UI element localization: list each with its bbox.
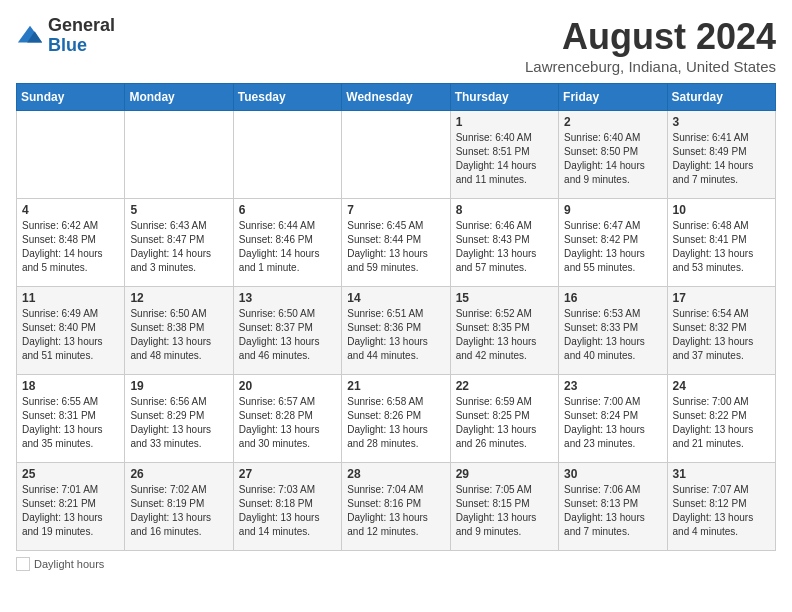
- day-number: 12: [130, 291, 227, 305]
- day-info: Sunrise: 6:51 AM Sunset: 8:36 PM Dayligh…: [347, 307, 444, 363]
- logo-blue: Blue: [48, 35, 87, 55]
- day-info: Sunrise: 6:57 AM Sunset: 8:28 PM Dayligh…: [239, 395, 336, 451]
- day-cell: 5Sunrise: 6:43 AM Sunset: 8:47 PM Daylig…: [125, 199, 233, 287]
- day-number: 2: [564, 115, 661, 129]
- day-number: 9: [564, 203, 661, 217]
- day-number: 22: [456, 379, 553, 393]
- week-row-4: 18Sunrise: 6:55 AM Sunset: 8:31 PM Dayli…: [17, 375, 776, 463]
- day-info: Sunrise: 6:40 AM Sunset: 8:50 PM Dayligh…: [564, 131, 661, 187]
- day-info: Sunrise: 6:53 AM Sunset: 8:33 PM Dayligh…: [564, 307, 661, 363]
- day-info: Sunrise: 6:48 AM Sunset: 8:41 PM Dayligh…: [673, 219, 770, 275]
- column-header-tuesday: Tuesday: [233, 84, 341, 111]
- day-number: 7: [347, 203, 444, 217]
- logo-icon: [16, 22, 44, 50]
- day-cell: 17Sunrise: 6:54 AM Sunset: 8:32 PM Dayli…: [667, 287, 775, 375]
- day-info: Sunrise: 6:58 AM Sunset: 8:26 PM Dayligh…: [347, 395, 444, 451]
- day-info: Sunrise: 6:49 AM Sunset: 8:40 PM Dayligh…: [22, 307, 119, 363]
- day-info: Sunrise: 6:59 AM Sunset: 8:25 PM Dayligh…: [456, 395, 553, 451]
- day-cell: 27Sunrise: 7:03 AM Sunset: 8:18 PM Dayli…: [233, 463, 341, 551]
- day-info: Sunrise: 6:45 AM Sunset: 8:44 PM Dayligh…: [347, 219, 444, 275]
- day-info: Sunrise: 7:00 AM Sunset: 8:22 PM Dayligh…: [673, 395, 770, 451]
- day-number: 3: [673, 115, 770, 129]
- day-cell: 31Sunrise: 7:07 AM Sunset: 8:12 PM Dayli…: [667, 463, 775, 551]
- day-info: Sunrise: 7:03 AM Sunset: 8:18 PM Dayligh…: [239, 483, 336, 539]
- day-info: Sunrise: 6:41 AM Sunset: 8:49 PM Dayligh…: [673, 131, 770, 187]
- day-number: 27: [239, 467, 336, 481]
- day-cell: 11Sunrise: 6:49 AM Sunset: 8:40 PM Dayli…: [17, 287, 125, 375]
- day-cell: [342, 111, 450, 199]
- month-title: August 2024: [525, 16, 776, 58]
- day-cell: 2Sunrise: 6:40 AM Sunset: 8:50 PM Daylig…: [559, 111, 667, 199]
- legend-color-box: [16, 557, 30, 571]
- day-cell: 20Sunrise: 6:57 AM Sunset: 8:28 PM Dayli…: [233, 375, 341, 463]
- day-cell: 30Sunrise: 7:06 AM Sunset: 8:13 PM Dayli…: [559, 463, 667, 551]
- day-cell: 4Sunrise: 6:42 AM Sunset: 8:48 PM Daylig…: [17, 199, 125, 287]
- day-number: 23: [564, 379, 661, 393]
- day-cell: 28Sunrise: 7:04 AM Sunset: 8:16 PM Dayli…: [342, 463, 450, 551]
- day-number: 28: [347, 467, 444, 481]
- week-row-3: 11Sunrise: 6:49 AM Sunset: 8:40 PM Dayli…: [17, 287, 776, 375]
- day-number: 6: [239, 203, 336, 217]
- day-number: 26: [130, 467, 227, 481]
- week-row-2: 4Sunrise: 6:42 AM Sunset: 8:48 PM Daylig…: [17, 199, 776, 287]
- day-number: 4: [22, 203, 119, 217]
- day-info: Sunrise: 6:44 AM Sunset: 8:46 PM Dayligh…: [239, 219, 336, 275]
- day-cell: 16Sunrise: 6:53 AM Sunset: 8:33 PM Dayli…: [559, 287, 667, 375]
- day-cell: 1Sunrise: 6:40 AM Sunset: 8:51 PM Daylig…: [450, 111, 558, 199]
- day-info: Sunrise: 6:40 AM Sunset: 8:51 PM Dayligh…: [456, 131, 553, 187]
- day-info: Sunrise: 6:56 AM Sunset: 8:29 PM Dayligh…: [130, 395, 227, 451]
- column-header-friday: Friday: [559, 84, 667, 111]
- day-number: 1: [456, 115, 553, 129]
- calendar-table: SundayMondayTuesdayWednesdayThursdayFrid…: [16, 83, 776, 551]
- day-number: 15: [456, 291, 553, 305]
- day-cell: [17, 111, 125, 199]
- day-number: 25: [22, 467, 119, 481]
- day-cell: 18Sunrise: 6:55 AM Sunset: 8:31 PM Dayli…: [17, 375, 125, 463]
- day-info: Sunrise: 7:05 AM Sunset: 8:15 PM Dayligh…: [456, 483, 553, 539]
- day-info: Sunrise: 6:50 AM Sunset: 8:37 PM Dayligh…: [239, 307, 336, 363]
- day-info: Sunrise: 6:55 AM Sunset: 8:31 PM Dayligh…: [22, 395, 119, 451]
- day-info: Sunrise: 6:46 AM Sunset: 8:43 PM Dayligh…: [456, 219, 553, 275]
- column-header-sunday: Sunday: [17, 84, 125, 111]
- day-number: 21: [347, 379, 444, 393]
- day-cell: 3Sunrise: 6:41 AM Sunset: 8:49 PM Daylig…: [667, 111, 775, 199]
- day-cell: 9Sunrise: 6:47 AM Sunset: 8:42 PM Daylig…: [559, 199, 667, 287]
- day-info: Sunrise: 6:54 AM Sunset: 8:32 PM Dayligh…: [673, 307, 770, 363]
- day-number: 30: [564, 467, 661, 481]
- day-cell: 7Sunrise: 6:45 AM Sunset: 8:44 PM Daylig…: [342, 199, 450, 287]
- day-info: Sunrise: 7:07 AM Sunset: 8:12 PM Dayligh…: [673, 483, 770, 539]
- day-cell: [233, 111, 341, 199]
- title-area: August 2024 Lawrenceburg, Indiana, Unite…: [525, 16, 776, 75]
- column-header-wednesday: Wednesday: [342, 84, 450, 111]
- day-cell: 22Sunrise: 6:59 AM Sunset: 8:25 PM Dayli…: [450, 375, 558, 463]
- day-info: Sunrise: 7:00 AM Sunset: 8:24 PM Dayligh…: [564, 395, 661, 451]
- day-cell: 21Sunrise: 6:58 AM Sunset: 8:26 PM Dayli…: [342, 375, 450, 463]
- day-cell: 19Sunrise: 6:56 AM Sunset: 8:29 PM Dayli…: [125, 375, 233, 463]
- day-cell: 10Sunrise: 6:48 AM Sunset: 8:41 PM Dayli…: [667, 199, 775, 287]
- day-info: Sunrise: 6:47 AM Sunset: 8:42 PM Dayligh…: [564, 219, 661, 275]
- logo-general: General: [48, 15, 115, 35]
- day-number: 17: [673, 291, 770, 305]
- day-number: 5: [130, 203, 227, 217]
- day-info: Sunrise: 7:01 AM Sunset: 8:21 PM Dayligh…: [22, 483, 119, 539]
- day-number: 19: [130, 379, 227, 393]
- day-cell: 13Sunrise: 6:50 AM Sunset: 8:37 PM Dayli…: [233, 287, 341, 375]
- day-cell: 6Sunrise: 6:44 AM Sunset: 8:46 PM Daylig…: [233, 199, 341, 287]
- day-number: 24: [673, 379, 770, 393]
- week-row-5: 25Sunrise: 7:01 AM Sunset: 8:21 PM Dayli…: [17, 463, 776, 551]
- day-info: Sunrise: 7:04 AM Sunset: 8:16 PM Dayligh…: [347, 483, 444, 539]
- day-cell: 24Sunrise: 7:00 AM Sunset: 8:22 PM Dayli…: [667, 375, 775, 463]
- day-cell: 15Sunrise: 6:52 AM Sunset: 8:35 PM Dayli…: [450, 287, 558, 375]
- day-cell: 29Sunrise: 7:05 AM Sunset: 8:15 PM Dayli…: [450, 463, 558, 551]
- day-number: 20: [239, 379, 336, 393]
- day-cell: 8Sunrise: 6:46 AM Sunset: 8:43 PM Daylig…: [450, 199, 558, 287]
- logo-text: General Blue: [48, 16, 115, 56]
- day-cell: 26Sunrise: 7:02 AM Sunset: 8:19 PM Dayli…: [125, 463, 233, 551]
- day-cell: 23Sunrise: 7:00 AM Sunset: 8:24 PM Dayli…: [559, 375, 667, 463]
- day-info: Sunrise: 7:06 AM Sunset: 8:13 PM Dayligh…: [564, 483, 661, 539]
- day-cell: [125, 111, 233, 199]
- day-info: Sunrise: 7:02 AM Sunset: 8:19 PM Dayligh…: [130, 483, 227, 539]
- legend-box: Daylight hours: [16, 557, 104, 571]
- footer-note: Daylight hours: [16, 557, 776, 571]
- day-number: 31: [673, 467, 770, 481]
